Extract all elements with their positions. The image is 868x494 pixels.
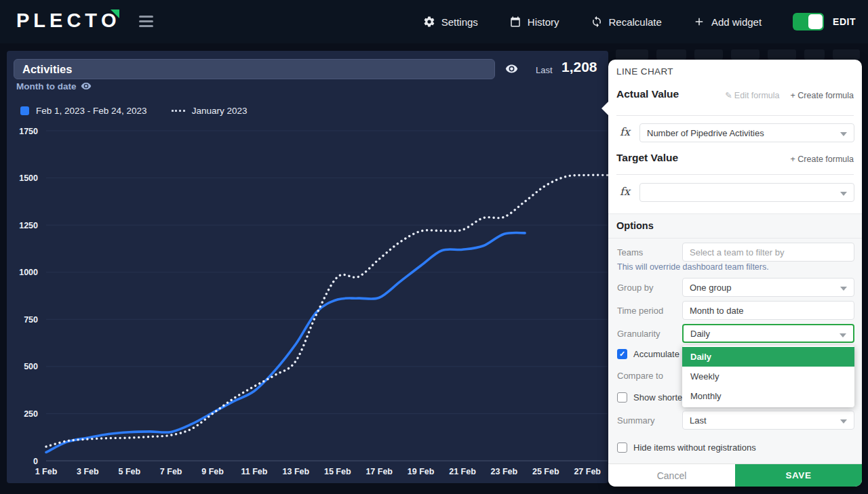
top-navbar: PLECTO Settings History Recalculate Add …: [0, 0, 868, 43]
chevron-down-icon: [840, 192, 847, 196]
y-axis-tick-label: 1250: [19, 221, 38, 230]
x-axis-tick-label: 19 Feb: [408, 467, 435, 476]
activities-line-chart-widget: 025050075010001250150017501 Feb3 Feb5 Fe…: [7, 51, 608, 483]
x-axis-tick-label: 5 Feb: [118, 467, 140, 476]
recalculate-label: Recalculate: [609, 16, 662, 28]
settings-button[interactable]: Settings: [423, 16, 478, 28]
panel-title: LINE CHART: [616, 66, 673, 77]
x-axis-tick-label: 25 Feb: [532, 467, 559, 476]
x-axis-tick-label: 17 Feb: [366, 467, 393, 476]
hide-items-label: Hide items without registrations: [633, 442, 756, 453]
options-heading: Options: [608, 213, 862, 239]
granularity-option-monthly[interactable]: Monthly: [682, 386, 854, 406]
panel-pointer-notch: [601, 102, 608, 115]
widget-title-input[interactable]: [14, 59, 495, 79]
x-axis-tick-label: 15 Feb: [324, 467, 351, 476]
hidden-widget-tile: [731, 49, 760, 60]
add-widget-button[interactable]: Add widget: [693, 16, 762, 28]
chevron-down-icon: [840, 419, 847, 424]
teams-hint-text: This will override dashboard team filter…: [617, 262, 769, 272]
history-button[interactable]: History: [509, 16, 559, 28]
x-axis-tick-label: 9 Feb: [201, 467, 224, 476]
x-axis-tick-label: 21 Feb: [449, 467, 476, 476]
subtitle-visibility-eye-icon[interactable]: [81, 81, 92, 91]
legend-january-label: January 2023: [192, 106, 248, 116]
cancel-button[interactable]: Cancel: [608, 464, 735, 487]
recalculate-button[interactable]: Recalculate: [591, 16, 662, 28]
y-axis-tick-label: 250: [24, 409, 38, 419]
pencil-icon: ✎: [725, 91, 732, 100]
widget-title-visibility-eye-icon[interactable]: [505, 62, 518, 76]
logo-o-green-wedge: O: [101, 9, 121, 32]
accumulate-checkbox-checked[interactable]: ✓: [617, 349, 627, 359]
summary-value: 1,208: [561, 59, 597, 75]
teams-label: Teams: [617, 247, 643, 258]
toggle-knob: [808, 14, 823, 29]
history-label: History: [528, 16, 559, 28]
x-axis-tick-label: 3 Feb: [77, 467, 99, 476]
hide-items-checkbox-unchecked[interactable]: [617, 442, 627, 453]
hidden-widget-tile: [656, 49, 686, 60]
granularity-dropdown-menu: Daily Weekly Monthly: [682, 346, 854, 407]
hamburger-menu-icon[interactable]: [139, 16, 153, 30]
time-period-subtitle: Month to date: [16, 81, 76, 91]
calendar-icon: [509, 16, 521, 28]
actual-formula-value: Number of Pipedrive Activities: [647, 128, 764, 138]
hidden-widget-tile: [768, 49, 796, 60]
y-axis-tick-label: 1500: [19, 173, 38, 183]
create-formula-link-actual[interactable]: + Create formula: [791, 91, 854, 100]
january-dotted-series-line: [46, 175, 608, 447]
show-shortened-checkbox-unchecked[interactable]: [617, 392, 627, 403]
y-axis-tick-label: 1000: [19, 268, 38, 277]
actual-formula-select[interactable]: Number of Pipedrive Activities: [639, 123, 854, 142]
time-period-label: Time period: [617, 306, 663, 316]
edit-formula-link[interactable]: ✎ Edit formula: [725, 90, 780, 100]
granularity-option-daily[interactable]: Daily: [682, 347, 854, 367]
hide-items-checkbox-row[interactable]: Hide items without registrations: [617, 442, 756, 453]
group-by-select[interactable]: One group: [682, 278, 854, 297]
actual-value-heading: Actual Value: [616, 88, 679, 100]
compare-to-label: Compare to: [617, 371, 663, 381]
chart-legend: Feb 1, 2023 - Feb 24, 2023 January 2023: [20, 106, 247, 116]
granularity-select[interactable]: Daily: [682, 324, 854, 343]
y-axis-tick-label: 500: [24, 362, 38, 371]
fx-symbol-target: fx: [620, 185, 630, 198]
hidden-widget-tile: [694, 49, 723, 60]
target-formula-select[interactable]: [639, 183, 854, 202]
group-by-value: One group: [690, 283, 731, 293]
chevron-down-icon: [840, 287, 847, 291]
february-solid-series-line: [46, 232, 525, 452]
edit-mode-toggle[interactable]: [793, 13, 824, 30]
granularity-value: Daily: [690, 329, 710, 339]
summary-select[interactable]: Last: [682, 411, 854, 430]
y-axis-tick-label: 0: [33, 457, 38, 466]
time-period-input[interactable]: [682, 301, 854, 320]
x-axis-tick-label: 7 Feb: [160, 467, 182, 476]
accumulate-label: Accumulate: [633, 349, 679, 359]
fx-symbol-actual: fx: [620, 125, 630, 138]
legend-solid-swatch: [20, 106, 29, 115]
x-axis-tick-label: 13 Feb: [283, 467, 310, 476]
plecto-logo[interactable]: PLECTO: [16, 9, 121, 32]
edit-label: EDIT: [833, 16, 856, 27]
gear-icon: [423, 16, 435, 28]
granularity-option-weekly[interactable]: Weekly: [682, 367, 854, 386]
x-axis-tick-label: 11 Feb: [241, 467, 268, 476]
save-button[interactable]: SAVE: [735, 464, 862, 487]
show-shortened-checkbox-row[interactable]: Show shortene: [617, 392, 692, 403]
y-axis-tick-label: 1750: [19, 127, 38, 136]
accumulate-checkbox-row[interactable]: ✓ Accumulate: [617, 349, 679, 359]
y-axis-tick-label: 750: [24, 315, 38, 325]
legend-feb-label: Feb 1, 2023 - Feb 24, 2023: [36, 106, 147, 116]
teams-filter-input[interactable]: [682, 243, 854, 262]
hidden-widget-tile: [616, 49, 648, 60]
add-widget-label: Add widget: [711, 16, 762, 28]
logo-text: PLECT: [16, 9, 101, 31]
create-formula-link-target[interactable]: + Create formula: [791, 155, 854, 164]
line-chart-settings-panel: LINE CHART Actual Value ✎ Edit formula +…: [608, 60, 862, 487]
group-by-label: Group by: [617, 283, 653, 293]
hidden-widget-tile: [804, 49, 825, 60]
plus-icon: [693, 16, 705, 28]
x-axis-tick-label: 1 Feb: [35, 467, 58, 476]
hidden-widgets-row: [616, 49, 862, 60]
